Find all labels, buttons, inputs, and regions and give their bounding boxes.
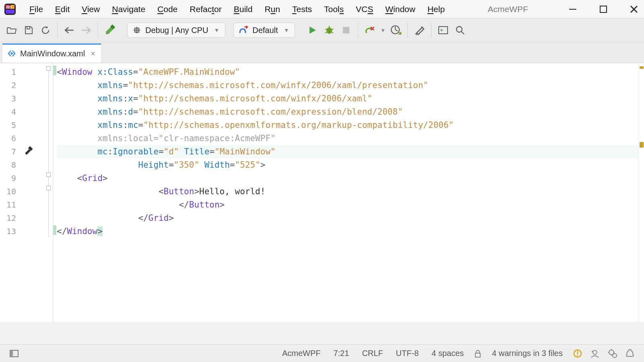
- menu-refactor[interactable]: Refactor: [184, 2, 227, 16]
- chevron-down-icon: ▼: [214, 27, 219, 33]
- toolbar: Debug | Any CPU ▼ Default ▼ ▼: [0, 18, 644, 42]
- minimize-button[interactable]: [568, 5, 577, 14]
- code-line[interactable]: <Grid>: [57, 172, 638, 185]
- svg-point-22: [10, 52, 13, 55]
- line-number[interactable]: 5: [0, 119, 20, 132]
- close-tab-button[interactable]: ×: [89, 49, 97, 58]
- menu-tools[interactable]: Tools: [318, 2, 350, 16]
- build-config-select[interactable]: Debug | Any CPU ▼: [127, 23, 225, 38]
- code-line[interactable]: xmlns="http://schemas.microsoft.com/winf…: [57, 79, 638, 92]
- tab-mainwindow-xaml[interactable]: MainWindow.xaml ×: [2, 44, 101, 63]
- status-line-sep[interactable]: CRLF: [355, 349, 389, 358]
- search-everywhere-button[interactable]: [452, 22, 469, 39]
- svg-rect-6: [27, 27, 30, 29]
- build-solution-button[interactable]: [101, 22, 118, 39]
- svg-point-32: [613, 354, 617, 358]
- line-number[interactable]: 4: [0, 105, 20, 119]
- xaml-file-icon: [7, 49, 16, 58]
- menu-help[interactable]: Help: [421, 2, 451, 16]
- code-line[interactable]: </Grid>: [57, 212, 638, 225]
- menu-code[interactable]: Code: [151, 2, 184, 16]
- line-number-gutter[interactable]: 12345678910111213: [0, 63, 20, 322]
- svg-line-21: [461, 31, 464, 34]
- code-line[interactable]: </Button>: [57, 198, 638, 212]
- code-cleanup-button[interactable]: [361, 22, 378, 39]
- svg-rect-15: [343, 27, 349, 33]
- status-warnings[interactable]: 4 warnings in 3 files: [485, 349, 569, 358]
- app-logo-icon: RD: [3, 2, 17, 16]
- lock-icon[interactable]: [470, 350, 485, 358]
- stop-button[interactable]: [338, 22, 355, 39]
- run-anything-button[interactable]: [435, 22, 452, 39]
- menu-run[interactable]: Run: [258, 2, 286, 16]
- project-name: AcmeWPF: [488, 4, 528, 14]
- notifications-icon[interactable]: [621, 349, 638, 358]
- line-number[interactable]: 2: [0, 79, 20, 92]
- refresh-button[interactable]: [37, 22, 54, 39]
- svg-text:RD: RD: [6, 5, 12, 9]
- chevron-down-icon: ▼: [284, 27, 289, 33]
- menu-vcs[interactable]: VCS: [350, 2, 379, 16]
- run-button[interactable]: [304, 22, 321, 39]
- menu-tests[interactable]: Tests: [286, 2, 318, 16]
- open-button[interactable]: [3, 22, 20, 39]
- line-number[interactable]: 9: [0, 172, 20, 185]
- code-line[interactable]: mc:Ignorable="d" Title="MainWindow": [57, 145, 638, 158]
- warning-indicator-icon[interactable]: [569, 349, 586, 358]
- line-number[interactable]: 1: [0, 66, 20, 79]
- menu-file[interactable]: File: [23, 2, 49, 16]
- status-indent[interactable]: 4 spaces: [425, 349, 470, 358]
- code-line[interactable]: <Button>Hello, world!: [57, 185, 638, 198]
- build-line-marker-icon[interactable]: [23, 145, 33, 157]
- profile-button[interactable]: [387, 22, 404, 39]
- tool-window-toggle-button[interactable]: [6, 350, 23, 357]
- icon-gutter: [20, 63, 46, 322]
- menu-build[interactable]: Build: [228, 2, 259, 16]
- line-number[interactable]: 3: [0, 92, 20, 105]
- back-button[interactable]: [61, 22, 78, 39]
- settings-button[interactable]: [411, 22, 428, 39]
- status-encoding[interactable]: UTF-8: [390, 349, 425, 358]
- svg-line-12: [332, 29, 333, 30]
- background-tasks-icon[interactable]: [604, 349, 621, 358]
- editor-area: 12345678910111213 <Window x:Class="AcmeW…: [0, 63, 644, 322]
- svg-line-13: [325, 32, 327, 33]
- fold-gutter[interactable]: [46, 63, 53, 322]
- code-line[interactable]: xmlns:local="clr-namespace:AcmeWPF": [57, 132, 638, 145]
- line-number[interactable]: 10: [0, 185, 20, 198]
- code-line[interactable]: Height="350" Width="525">: [57, 158, 638, 172]
- menu-edit[interactable]: Edit: [49, 2, 76, 16]
- editor-tabs: MainWindow.xaml ×: [0, 42, 644, 63]
- status-project[interactable]: AcmeWPF: [276, 349, 327, 358]
- code-line[interactable]: xmlns:mc="http://schemas.openxmlformats.…: [57, 119, 638, 132]
- status-caret-pos[interactable]: 7:21: [327, 349, 355, 358]
- line-number[interactable]: 11: [0, 198, 20, 212]
- code-cleanup-drop[interactable]: ▼: [378, 22, 387, 39]
- line-number[interactable]: 8: [0, 158, 20, 172]
- change-marker-bar: [53, 63, 57, 322]
- line-number[interactable]: 7: [0, 145, 20, 158]
- run-config-label: Default: [252, 26, 278, 35]
- inspection-profile-icon[interactable]: [586, 349, 604, 358]
- code-editor[interactable]: <Window x:Class="AcmeWPF.MainWindow" xml…: [57, 63, 638, 322]
- error-stripe[interactable]: [638, 63, 644, 322]
- tab-label: MainWindow.xaml: [20, 49, 85, 58]
- menu-navigate[interactable]: Navigate: [106, 2, 151, 16]
- code-line[interactable]: xmlns:d="http://schemas.microsoft.com/ex…: [57, 105, 638, 119]
- close-button[interactable]: [630, 5, 638, 14]
- maximize-button[interactable]: [599, 5, 607, 13]
- run-config-select[interactable]: Default ▼: [233, 23, 295, 38]
- svg-rect-3: [600, 6, 607, 12]
- code-line[interactable]: </Window>: [57, 225, 638, 238]
- svg-line-11: [325, 29, 327, 30]
- line-number[interactable]: 13: [0, 225, 20, 238]
- debug-button[interactable]: [321, 22, 338, 39]
- menu-window[interactable]: Window: [379, 2, 421, 16]
- code-line[interactable]: <Window x:Class="AcmeWPF.MainWindow": [57, 66, 638, 79]
- forward-button[interactable]: [78, 22, 95, 39]
- save-all-button[interactable]: [20, 22, 37, 39]
- code-line[interactable]: xmlns:x="http://schemas.microsoft.com/wi…: [57, 92, 638, 105]
- menu-view[interactable]: View: [76, 2, 106, 16]
- line-number[interactable]: 6: [0, 132, 20, 145]
- line-number[interactable]: 12: [0, 212, 20, 225]
